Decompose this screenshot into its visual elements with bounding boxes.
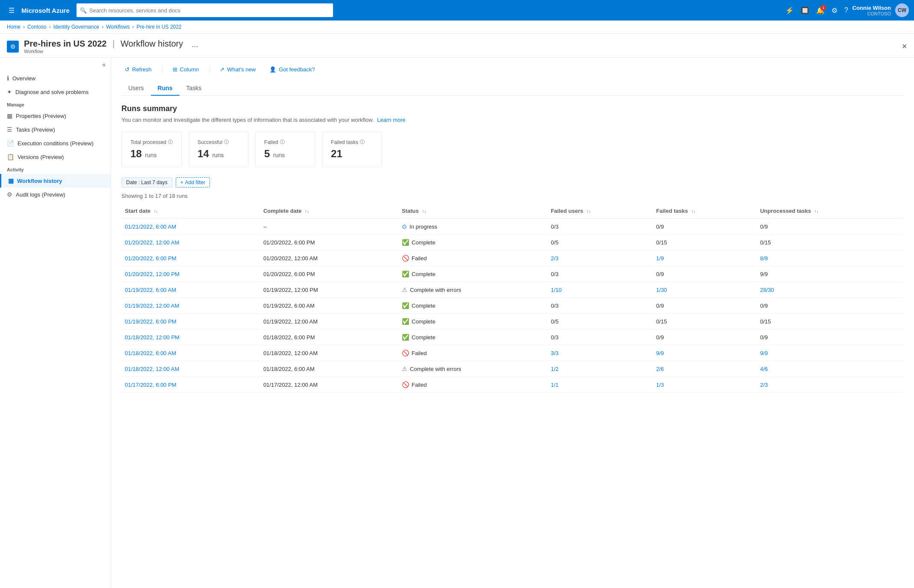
failed-users-link[interactable]: 1/10: [551, 287, 561, 293]
col-failed-users[interactable]: Failed users ↑↓: [547, 203, 652, 219]
hamburger-menu[interactable]: ☰: [5, 3, 18, 18]
sort-unprocessed-icon[interactable]: ↑↓: [814, 209, 819, 214]
breadcrumb-prehire[interactable]: Pre-hire in US 2022: [136, 24, 181, 30]
search-icon: 🔍: [80, 7, 87, 14]
start-date-link[interactable]: 01/20/2022, 12:00 AM: [125, 239, 179, 246]
toolbar-divider: [162, 65, 162, 74]
sidebar-item-versions[interactable]: 📋 Versions (Preview): [0, 150, 111, 164]
sidebar-item-tasks[interactable]: ☰ Tasks (Preview): [0, 123, 111, 136]
status-badge: 🚫 Failed: [402, 350, 544, 356]
unprocessed-tasks-link[interactable]: 2/3: [760, 382, 768, 388]
col-failed-tasks[interactable]: Failed tasks ↑↓: [653, 203, 757, 219]
toolbar: ↺ Refresh ⊞ Column ↗ What's new 👤 Got fe…: [121, 65, 904, 74]
unprocessed-tasks-link[interactable]: 8/9: [760, 255, 768, 262]
unprocessed-tasks-link[interactable]: 28/30: [760, 287, 774, 293]
failed-tasks-link[interactable]: 1/30: [656, 287, 667, 293]
status-text: Complete: [412, 334, 436, 341]
whats-new-button[interactable]: ↗ What's new: [216, 65, 259, 74]
successful-info-icon[interactable]: ⓘ: [224, 139, 229, 145]
breadcrumb-identity-governance[interactable]: Identity Governance: [53, 24, 99, 30]
failed-users-link[interactable]: 1/2: [551, 366, 558, 372]
failed-users-value: 0/3: [551, 334, 558, 341]
breadcrumb-workflows[interactable]: Workflows: [106, 24, 130, 30]
start-date-link[interactable]: 01/17/2022, 6:00 PM: [125, 382, 177, 388]
start-date-link[interactable]: 01/19/2022, 6:00 AM: [125, 287, 176, 293]
summary-cards: Total processed ⓘ 18 runs Successful ⓘ 1…: [121, 132, 904, 167]
col-complete-date[interactable]: Complete date ↑↓: [260, 203, 398, 219]
failed-users-link[interactable]: 1/1: [551, 382, 558, 388]
sidebar-item-label: Overview: [12, 75, 35, 82]
failed-tasks-link[interactable]: 9/9: [656, 350, 664, 356]
breadcrumb-home[interactable]: Home: [7, 24, 21, 30]
notification-icon[interactable]: 🔔 1: [814, 4, 827, 17]
sidebar-item-properties[interactable]: ▦ Properties (Preview): [0, 109, 111, 123]
audit-logs-icon: ⚙: [7, 191, 12, 198]
start-date-link[interactable]: 01/18/2022, 6:00 AM: [125, 350, 176, 356]
add-filter-button[interactable]: + Add filter: [176, 177, 210, 188]
sort-failed-tasks-icon[interactable]: ↑↓: [691, 209, 696, 214]
start-date-link[interactable]: 01/19/2022, 12:00 AM: [125, 303, 179, 309]
date-filter[interactable]: Date : Last 7 days: [121, 177, 172, 188]
sidebar-item-audit-logs[interactable]: ⚙ Audit logs (Preview): [0, 188, 111, 201]
status-badge: ✅ Complete: [402, 270, 544, 277]
breadcrumb-contoso[interactable]: Contoso: [27, 24, 47, 30]
search-input[interactable]: [89, 7, 330, 14]
learn-more-link[interactable]: Learn more: [377, 117, 405, 123]
user-menu[interactable]: Connie Wilson CONTOSO: [852, 5, 891, 16]
settings-icon[interactable]: ⚙: [829, 4, 840, 17]
col-start-date[interactable]: Start date ↑↓: [121, 203, 260, 219]
failed-tasks-value: 0/15: [656, 318, 667, 325]
unprocessed-tasks-link[interactable]: 9/9: [760, 350, 768, 356]
unprocessed-tasks-value: 0/9: [760, 334, 768, 341]
sort-complete-date-icon[interactable]: ↑↓: [305, 209, 309, 214]
close-button[interactable]: ✕: [902, 42, 907, 50]
sidebar-item-execution[interactable]: 📄 Execution conditions (Preview): [0, 136, 111, 150]
table-row: 01/19/2022, 12:00 AM 01/19/2022, 6:00 AM…: [121, 298, 904, 314]
failed-users-value: 0/5: [551, 318, 558, 325]
start-date-link[interactable]: 01/21/2022, 6:00 AM: [125, 223, 176, 230]
unprocessed-tasks-link[interactable]: 4/6: [760, 366, 768, 372]
sidebar-item-workflow-history[interactable]: ▦ Workflow history: [0, 174, 111, 188]
col-status[interactable]: Status ↑↓: [398, 203, 548, 219]
col-unprocessed-tasks[interactable]: Unprocessed tasks ↑↓: [757, 203, 904, 219]
tab-runs[interactable]: Runs: [151, 81, 180, 96]
page-title: Pre-hires in US 2022: [24, 39, 106, 48]
failed-info-icon[interactable]: ⓘ: [280, 139, 285, 145]
sidebar-item-label: Execution conditions (Preview): [18, 140, 94, 147]
more-options-button[interactable]: ···: [192, 42, 198, 51]
sort-status-icon[interactable]: ↑↓: [422, 209, 426, 214]
start-date-link[interactable]: 01/20/2022, 6:00 PM: [125, 255, 177, 262]
failed-tasks-value: 0/9: [656, 334, 664, 341]
start-date-link[interactable]: 01/19/2022, 6:00 PM: [125, 318, 177, 325]
sidebar-toggle[interactable]: «: [0, 58, 111, 71]
table-row: 01/21/2022, 6:00 AM -- ⊙ In progress 0/3…: [121, 219, 904, 235]
portal-settings-icon[interactable]: 🔲: [798, 4, 812, 17]
failed-tasks-link[interactable]: 1/9: [656, 255, 664, 262]
start-date-link[interactable]: 01/20/2022, 12:00 PM: [125, 271, 180, 277]
help-icon[interactable]: ?: [842, 4, 851, 17]
search-bar[interactable]: 🔍: [77, 3, 333, 17]
failed-users-link[interactable]: 3/3: [551, 350, 558, 356]
start-date-link[interactable]: 01/18/2022, 12:00 AM: [125, 366, 179, 372]
sidebar-item-overview[interactable]: ℹ Overview: [0, 71, 111, 85]
tab-tasks[interactable]: Tasks: [180, 81, 209, 96]
refresh-button[interactable]: ↺ Refresh: [121, 65, 155, 74]
sort-failed-users-icon[interactable]: ↑↓: [587, 209, 591, 214]
complete-date: --: [260, 219, 398, 235]
feedback-button[interactable]: 👤 Got feedback?: [266, 65, 318, 74]
total-info-icon[interactable]: ⓘ: [168, 139, 173, 145]
collapse-icon[interactable]: «: [102, 61, 106, 68]
table-row: 01/19/2022, 6:00 AM 01/19/2022, 12:00 PM…: [121, 282, 904, 298]
user-avatar[interactable]: CW: [895, 3, 909, 17]
failed-tasks-link[interactable]: 1/3: [656, 382, 664, 388]
cloud-shell-icon[interactable]: ⚡: [783, 4, 796, 17]
column-button[interactable]: ⊞ Column: [169, 65, 203, 74]
start-date-link[interactable]: 01/18/2022, 12:00 PM: [125, 334, 180, 341]
complete-date: 01/18/2022, 6:00 AM: [260, 361, 398, 377]
sidebar-item-diagnose[interactable]: ✦ Diagnose and solve problems: [0, 85, 111, 99]
sort-start-date-icon[interactable]: ↑↓: [154, 209, 158, 214]
tab-users[interactable]: Users: [121, 81, 151, 96]
failed-tasks-info-icon[interactable]: ⓘ: [360, 139, 365, 145]
failed-users-link[interactable]: 2/3: [551, 255, 558, 262]
failed-tasks-link[interactable]: 2/6: [656, 366, 664, 372]
